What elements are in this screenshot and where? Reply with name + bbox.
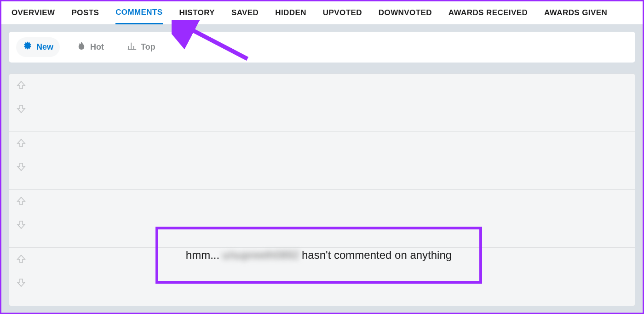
empty-state-text: hmm... u/supreeth0892 hasn't commented o…	[186, 249, 452, 262]
tab-awards-received[interactable]: AWARDS RECEIVED	[448, 1, 528, 24]
tab-comments[interactable]: COMMENTS	[115, 1, 162, 24]
vote-column	[16, 80, 27, 114]
sort-bar: New Hot Top	[9, 32, 635, 63]
empty-prefix: hmm...	[186, 249, 219, 262]
tab-overview[interactable]: OVERVIEW	[12, 1, 55, 24]
downvote-icon[interactable]	[16, 161, 27, 172]
profile-page: OVERVIEW POSTS COMMENTS HISTORY SAVED HI…	[0, 0, 644, 314]
empty-suffix: hasn't commented on anything	[302, 249, 452, 262]
sort-top-button[interactable]: Top	[121, 37, 162, 57]
bar-chart-icon	[127, 41, 137, 53]
sort-hot-button[interactable]: Hot	[70, 37, 110, 57]
flame-icon	[76, 41, 86, 53]
profile-tabs: OVERVIEW POSTS COMMENTS HISTORY SAVED HI…	[1, 1, 643, 24]
tab-history[interactable]: HISTORY	[179, 1, 215, 24]
empty-username-blurred: u/supreeth0892	[222, 249, 299, 262]
tab-upvoted[interactable]: UPVOTED	[323, 1, 362, 24]
empty-state-highlight: hmm... u/supreeth0892 hasn't commented o…	[155, 227, 482, 284]
tab-awards-given[interactable]: AWARDS GIVEN	[544, 1, 607, 24]
placeholder-row	[9, 132, 635, 190]
upvote-icon[interactable]	[16, 80, 27, 91]
upvote-icon[interactable]	[16, 253, 27, 264]
placeholder-row	[9, 74, 635, 132]
vote-column	[16, 195, 27, 230]
downvote-icon[interactable]	[16, 219, 27, 230]
downvote-icon[interactable]	[16, 103, 27, 114]
upvote-icon[interactable]	[16, 137, 27, 148]
vote-column	[16, 253, 27, 288]
sort-top-label: Top	[141, 42, 155, 52]
upvote-icon[interactable]	[16, 195, 27, 206]
tab-saved[interactable]: SAVED	[231, 1, 259, 24]
sort-new-label: New	[36, 42, 53, 52]
certificate-icon	[23, 41, 33, 53]
tab-hidden[interactable]: HIDDEN	[275, 1, 306, 24]
tab-downvoted[interactable]: DOWNVOTED	[379, 1, 432, 24]
sort-hot-label: Hot	[90, 42, 104, 52]
tab-posts[interactable]: POSTS	[72, 1, 99, 24]
downvote-icon[interactable]	[16, 277, 27, 288]
sort-new-button[interactable]: New	[16, 37, 60, 57]
vote-column	[16, 137, 27, 172]
